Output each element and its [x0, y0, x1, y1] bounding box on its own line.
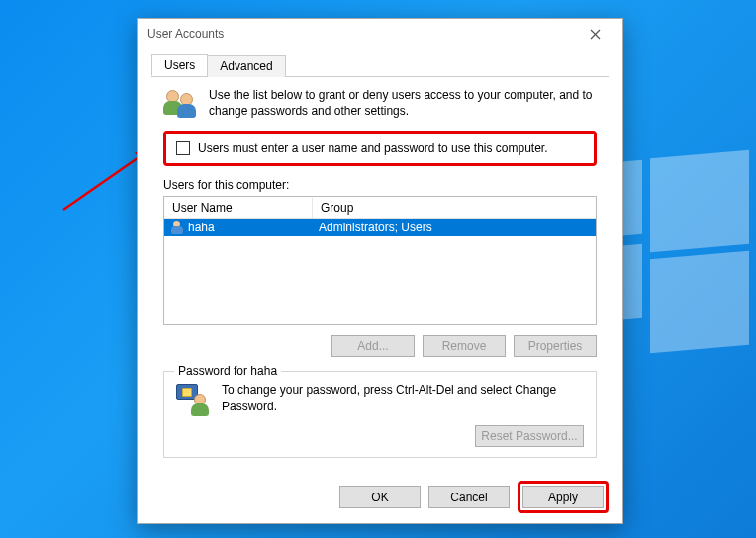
- apply-highlight: Apply: [518, 481, 609, 513]
- dialog-footer: OK Cancel Apply: [339, 481, 609, 513]
- username-text: haha: [188, 221, 215, 234]
- desktop-background: User Accounts Users Advanced Use the lis…: [0, 0, 756, 538]
- users-table[interactable]: User Name Group haha Administrators; Use…: [163, 196, 597, 325]
- tab-advanced[interactable]: Advanced: [207, 55, 285, 77]
- reset-password-button[interactable]: Reset Password...: [475, 425, 584, 447]
- column-header-username[interactable]: User Name: [164, 198, 313, 218]
- close-button[interactable]: [575, 20, 614, 47]
- password-icon: [176, 382, 210, 415]
- dialog-title: User Accounts: [147, 27, 224, 41]
- require-password-checkbox[interactable]: [176, 141, 190, 155]
- properties-button[interactable]: Properties: [514, 335, 597, 357]
- cell-group: Administrators; Users: [313, 220, 596, 235]
- password-legend: Password for haha: [174, 364, 281, 378]
- titlebar[interactable]: User Accounts: [138, 19, 622, 48]
- intro-text: Use the list below to grant or deny user…: [209, 87, 597, 119]
- add-button[interactable]: Add...: [331, 335, 415, 357]
- tab-users[interactable]: Users: [151, 54, 208, 76]
- require-password-label[interactable]: Users must enter a user name and passwor…: [198, 141, 548, 155]
- cell-username: haha: [164, 220, 313, 235]
- password-instructions: To change your password, press Ctrl-Alt-…: [222, 382, 584, 415]
- svg-line-0: [63, 153, 144, 210]
- users-tab-panel: Use the list below to grant or deny user…: [151, 77, 609, 466]
- remove-button[interactable]: Remove: [423, 335, 506, 357]
- users-list-label: Users for this computer:: [163, 178, 597, 192]
- table-row[interactable]: haha Administrators; Users: [164, 219, 596, 236]
- require-password-checkbox-row: Users must enter a user name and passwor…: [163, 131, 597, 166]
- table-header: User Name Group: [164, 197, 596, 219]
- apply-button[interactable]: Apply: [522, 486, 604, 508]
- cancel-button[interactable]: Cancel: [428, 486, 510, 508]
- user-icon: [170, 221, 184, 234]
- users-icon: [163, 87, 197, 119]
- password-fieldset: Password for haha To change your passwor…: [163, 371, 597, 458]
- column-header-group[interactable]: Group: [313, 198, 596, 218]
- user-accounts-dialog: User Accounts Users Advanced Use the lis…: [137, 18, 623, 524]
- ok-button[interactable]: OK: [339, 486, 421, 508]
- tab-strip: Users Advanced: [151, 54, 609, 77]
- close-icon: [590, 29, 601, 40]
